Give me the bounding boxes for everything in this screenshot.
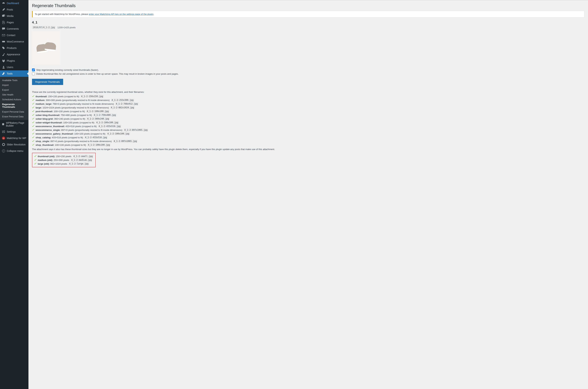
size-text: woocommerce_gallery_thumbnail: 100×100 p… [35,132,105,135]
unused-sizes-list: thumbnail (old): 150×150 pixels 4_1-2-sm… [34,155,94,165]
size-row: shop_single: 897×0 pixels (proportionall… [32,140,585,143]
sidebar-item-label: Contact [7,34,15,37]
settings-icon [2,130,5,133]
sidebar-item-dashboard[interactable]: Dashboard [0,0,29,6]
sidebar-item-media[interactable]: Media [0,13,29,19]
sidebar-item-label: Comments [7,27,19,30]
unused-sizes-box: thumbnail (old): 150×150 pixels 4_1-2-sm… [32,153,96,167]
size-filename: 4_1-2-150x150.jpg [80,95,104,98]
size-row: woocommerce_single: 897×0 pixels (propor… [32,128,585,131]
registered-sizes-intro: These are the currently registered thumb… [32,91,585,93]
sidebar-item-label: Users [7,66,13,69]
size-row: woocommerce_thumbnail: 433×516 pixels (c… [32,125,585,128]
size-filename: 4_1-2-897x1065.jpg [113,140,138,143]
sidebar-item-mailchimp-for-wp[interactable]: mMailchimp for WP [0,135,29,141]
sidebar-item-woocommerce[interactable]: WooCommerce [0,38,29,45]
size-text: medium: 300×300 pixels (proportionally r… [35,99,110,101]
size-text: sober-blog-thumbnail: 750×480 pixels (cr… [35,114,92,116]
size-text: large: 1024×1024 pixels (proportionally … [35,106,109,109]
sidebar-item-appearance[interactable]: Appearance [0,51,29,58]
check-icon [32,125,35,128]
notice-link[interactable]: enter your Mailchimp API key on the sett… [89,13,153,15]
check-icon [32,132,35,135]
sidebar-item-posts[interactable]: Posts [0,6,29,13]
sidebar-item-label: Plugins [7,59,15,62]
woo-icon [2,40,5,43]
submenu-item-available-tools[interactable]: Available Tools [0,78,29,83]
unused-sizes-intro: The attachment says it also has these th… [32,148,585,151]
sidebar-item-settings[interactable]: Settings [0,129,29,135]
sidebar-item-collapse-menu[interactable]: Collapse menu [0,148,29,154]
attachment-path: 2016/07/4_1-2.jpg [32,26,56,29]
check-icon [32,129,35,131]
size-text: sober-widget-thumbnail: 100×100 pixels (… [35,121,95,124]
submenu-item-scheduled-actions[interactable]: Scheduled Actions [0,97,29,102]
size-filename: 4_1-2-100x100.jpg [96,121,119,124]
check-icon [32,114,35,116]
sidebar-item-wpbakery-page-builder[interactable]: WPBakery Page Builder [0,120,29,129]
sidebar-item-slider-revolution[interactable]: Slider Revolution [0,141,29,148]
size-text: woocommerce_thumbnail: 433×516 pixels (c… [35,125,97,128]
size-text: woocommerce_single: 897×0 pixels (propor… [35,129,122,131]
size-text: shop_catalog: 433×516 pixels (cropped to… [35,136,83,139]
size-text: sober-blog-grid: 360×240 pixels (cropped… [35,118,85,120]
regenerate-button[interactable]: Regenerate Thumbnails [32,79,63,85]
sidebar-item-comments[interactable]: Comments [0,26,29,32]
size-text: thumbnail (old): 150×150 pixels [38,155,71,158]
size-text: shop_thumbnail: 100×100 pixels (cropped … [35,144,86,146]
registered-sizes-list: thumbnail: 150×150 pixels (cropped to fi… [32,95,585,147]
svg-rect-2 [2,123,4,125]
submenu-item-export[interactable]: Export [0,88,29,92]
size-row: shop_thumbnail: 100×100 pixels (cropped … [32,143,585,147]
sidebar-item-label: Collapse menu [7,150,23,152]
svg-rect-0 [2,41,5,42]
sidebar-item-label: Media [7,15,13,17]
size-row: sober-blog-grid: 360×240 pixels (cropped… [32,117,585,120]
sidebar-item-label: Settings [7,130,16,133]
check-icon [32,95,35,97]
submenu-item-site-health[interactable]: Site Health [0,92,29,97]
size-filename: 4_1-2-100x100.jpg [106,132,130,135]
wpbakery-icon [2,123,5,126]
sidebar-item-pages[interactable]: Pages [0,19,29,26]
sidebar-item-plugins[interactable]: Plugins [0,58,29,64]
sidebar-item-label: Mailchimp for WP [7,137,26,140]
size-filename: 4_1-2-750x480.jpg [93,113,117,117]
sidebar-item-users[interactable]: Users [0,64,29,70]
slider-icon [2,143,5,146]
size-filename: 4_1-2-100x100.jpg [87,143,111,147]
size-filename: 4_1-2-433x516.jpg [98,125,121,128]
skip-existing-checkbox[interactable] [32,68,35,71]
size-filename: 4_1-2-253x300.jpg [111,98,135,102]
submenu-item-export-personal-data[interactable]: Export Personal Data [0,109,29,114]
size-text: medium_large: 768×0 pixels (proportional… [35,102,114,105]
sidebar-item-label: Posts [7,8,13,11]
size-filename: 4_1-2-large.jpg [68,162,89,165]
size-filename: 4_1-2-medium.jpg [70,159,93,162]
sidebar-item-tools[interactable]: Tools [0,70,29,77]
sidebar-item-label: WooCommerce [7,40,24,43]
check-icon [32,136,35,139]
submenu-item-regenerate-thumbnails[interactable]: Regenerate Thumbnails [0,102,29,109]
submenu-item-import[interactable]: Import [0,83,29,88]
sidebar-item-contact[interactable]: Contact [0,32,29,38]
size-row: large (old): 862×1024 pixels 4_1-2-large… [34,162,94,165]
check-icon [32,110,35,113]
sidebar-item-label: Appearance [7,53,20,56]
size-text: shop_single: 897×0 pixels (proportionall… [35,140,112,143]
check-icon [32,106,35,109]
svg-rect-7 [2,132,3,133]
sidebar-item-label: Tools [7,72,13,75]
size-filename: 4_1-2-897x1065.jpg [123,128,148,131]
media-icon [2,14,5,18]
delete-old-checkbox[interactable] [32,72,35,75]
check-icon [34,162,37,165]
posts-icon [2,8,5,11]
size-row: sober-widget-thumbnail: 100×100 pixels (… [32,121,585,124]
svg-point-9 [2,150,5,152]
size-text: thumbnail: 150×150 pixels (cropped to fi… [35,95,79,98]
size-row: medium (old): 253×300 pixels 4_1-2-mediu… [34,159,94,162]
sidebar-item-products[interactable]: Products [0,45,29,51]
submenu-item-erase-personal-data[interactable]: Erase Personal Data [0,114,29,119]
dashboard-icon [2,1,5,5]
